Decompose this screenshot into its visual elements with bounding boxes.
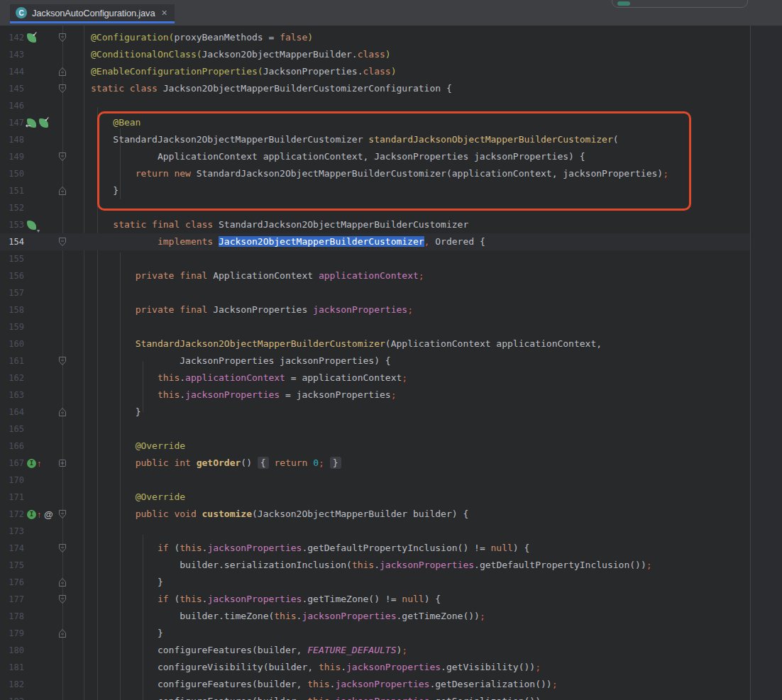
tab-jackson-auto-configuration[interactable]: C JacksonAutoConfiguration.java × (10, 4, 175, 23)
line-number[interactable]: 176 (0, 574, 24, 591)
code-line[interactable]: 170 (0, 472, 750, 489)
code-line[interactable]: 157 (0, 284, 750, 301)
code-line[interactable]: 181 configureVisibility(builder, this.ja… (0, 659, 750, 676)
fold-marker-down[interactable] (58, 543, 67, 553)
line-number[interactable]: 177 (0, 591, 24, 608)
code-line[interactable]: 175 builder.serializationInclusion(this.… (0, 557, 750, 574)
code-line[interactable]: 179 } (0, 625, 750, 642)
fold-marker-down[interactable] (58, 356, 67, 366)
spring-bean-dependencies-icon[interactable]: ← (27, 118, 36, 128)
line-number[interactable]: 171 (0, 489, 24, 506)
line-number[interactable]: 165 (0, 421, 24, 438)
code-line[interactable]: 160 StandardJackson2ObjectMapperBuilderC… (0, 335, 750, 352)
line-number[interactable]: 157 (0, 284, 24, 301)
fold-marker-up[interactable] (58, 186, 67, 196)
code-line[interactable]: 162 this.applicationContext = applicatio… (0, 370, 750, 387)
code-text: this.jacksonProperties = jacksonProperti… (84, 387, 397, 404)
line-number[interactable]: 143 (0, 46, 24, 63)
fold-marker-down[interactable] (58, 152, 67, 162)
code-line[interactable]: 176 } (0, 574, 750, 591)
code-line[interactable]: 159 (0, 318, 750, 335)
code-line[interactable]: 180 configureFeatures(builder, FEATURE_D… (0, 642, 750, 659)
line-number[interactable]: 144 (0, 63, 24, 80)
line-number[interactable]: 155 (0, 250, 24, 267)
code-line[interactable]: 155 (0, 250, 750, 267)
fold-marker-up[interactable] (58, 407, 67, 417)
code-line[interactable]: 178 builder.timeZone(this.jacksonPropert… (0, 608, 750, 625)
code-line[interactable]: 161 JacksonProperties jacksonProperties)… (0, 352, 750, 370)
code-line[interactable]: 183 configureFeatures(builder, this.jack… (0, 693, 750, 700)
fold-marker-up[interactable] (58, 67, 67, 77)
implements-method-icon[interactable]: I (27, 459, 36, 468)
spring-bean-icon[interactable]: ▾ (27, 221, 36, 230)
code-text: configureFeatures(builder, this.jacksonP… (84, 693, 546, 700)
fold-marker-down[interactable] (58, 237, 67, 247)
code-line[interactable]: 166 @Override (0, 438, 750, 455)
spring-bean-check-icon[interactable]: ✓ (27, 33, 36, 43)
line-number[interactable]: 150 (0, 165, 24, 182)
code-line[interactable]: 164 } (0, 404, 750, 421)
code-line[interactable]: 167I↑ public int getOrder() { return 0; … (0, 455, 750, 472)
code-line[interactable]: 172I↑@ public void customize(Jackson2Obj… (0, 506, 750, 523)
code-line[interactable]: 158 private final JacksonProperties jack… (0, 301, 750, 318)
line-number[interactable]: 147 (0, 114, 24, 131)
line-number[interactable]: 175 (0, 557, 24, 574)
line-number[interactable]: 149 (0, 148, 24, 165)
fold-marker-plus[interactable] (58, 458, 67, 468)
line-number[interactable]: 180 (0, 642, 24, 659)
fold-marker-down[interactable] (58, 84, 67, 94)
line-number[interactable]: 161 (0, 352, 24, 370)
line-number[interactable]: 181 (0, 659, 24, 676)
fold-marker-down[interactable] (58, 509, 67, 519)
fold-marker-down[interactable] (58, 33, 67, 43)
code-line[interactable]: 143@ConditionalOnClass(Jackson2ObjectMap… (0, 46, 750, 63)
code-line[interactable]: 165 (0, 421, 750, 438)
code-line[interactable]: 145static class Jackson2ObjectMapperBuil… (0, 80, 750, 97)
line-number[interactable]: 156 (0, 267, 24, 284)
fold-marker-up[interactable] (58, 628, 67, 638)
scrollbar-stripe[interactable] (750, 26, 782, 700)
line-number[interactable]: 148 (0, 131, 24, 148)
implements-method-icon[interactable]: I (27, 510, 36, 519)
code-line[interactable]: 153▾ static final class StandardJackson2… (0, 216, 750, 233)
overrides-up-arrow-icon[interactable]: ↑ (37, 459, 41, 469)
code-line[interactable]: 171 @Override (0, 489, 750, 506)
spring-bean-check-icon[interactable]: ✓ (39, 118, 48, 128)
line-number[interactable]: 167 (0, 455, 24, 472)
line-number[interactable]: 178 (0, 608, 24, 625)
line-number[interactable]: 174 (0, 540, 24, 557)
code-line[interactable]: 163 this.jacksonProperties = jacksonProp… (0, 387, 750, 404)
line-number[interactable]: 145 (0, 80, 24, 97)
line-number[interactable]: 162 (0, 370, 24, 387)
line-number[interactable]: 152 (0, 199, 24, 216)
line-number[interactable]: 179 (0, 625, 24, 642)
line-number[interactable]: 172 (0, 506, 24, 523)
line-number[interactable]: 183 (0, 693, 24, 700)
line-number[interactable]: 153 (0, 216, 24, 233)
code-line[interactable]: 154 implements Jackson2ObjectMapperBuild… (0, 233, 750, 250)
line-number[interactable]: 159 (0, 318, 24, 335)
fold-marker-up[interactable] (58, 577, 67, 587)
fold-marker-down[interactable] (58, 594, 67, 604)
line-number[interactable]: 182 (0, 676, 24, 693)
code-line[interactable]: 177 if (this.jacksonProperties.getTimeZo… (0, 591, 750, 608)
line-number[interactable]: 158 (0, 301, 24, 318)
tab-close-icon[interactable]: × (161, 8, 167, 18)
line-number[interactable]: 146 (0, 97, 24, 114)
line-number[interactable]: 160 (0, 335, 24, 352)
code-line[interactable]: 182 configureFeatures(builder, this.jack… (0, 676, 750, 693)
code-line[interactable]: 174 if (this.jacksonProperties.getDefaul… (0, 540, 750, 557)
line-number[interactable]: 163 (0, 387, 24, 404)
line-number[interactable]: 164 (0, 404, 24, 421)
code-line[interactable]: 156 private final ApplicationContext app… (0, 267, 750, 284)
code-line[interactable]: 142✓@Configuration(proxyBeanMethods = fa… (0, 29, 750, 46)
line-number[interactable]: 170 (0, 472, 24, 489)
code-line[interactable]: 144@EnableConfigurationProperties(Jackso… (0, 63, 750, 80)
line-number[interactable]: 154 (0, 233, 24, 250)
line-number[interactable]: 142 (0, 29, 24, 46)
line-number[interactable]: 173 (0, 523, 24, 540)
line-number[interactable]: 166 (0, 438, 24, 455)
overrides-up-arrow-icon[interactable]: ↑ (37, 510, 41, 520)
line-number[interactable]: 151 (0, 182, 24, 199)
code-line[interactable]: 173 (0, 523, 750, 540)
